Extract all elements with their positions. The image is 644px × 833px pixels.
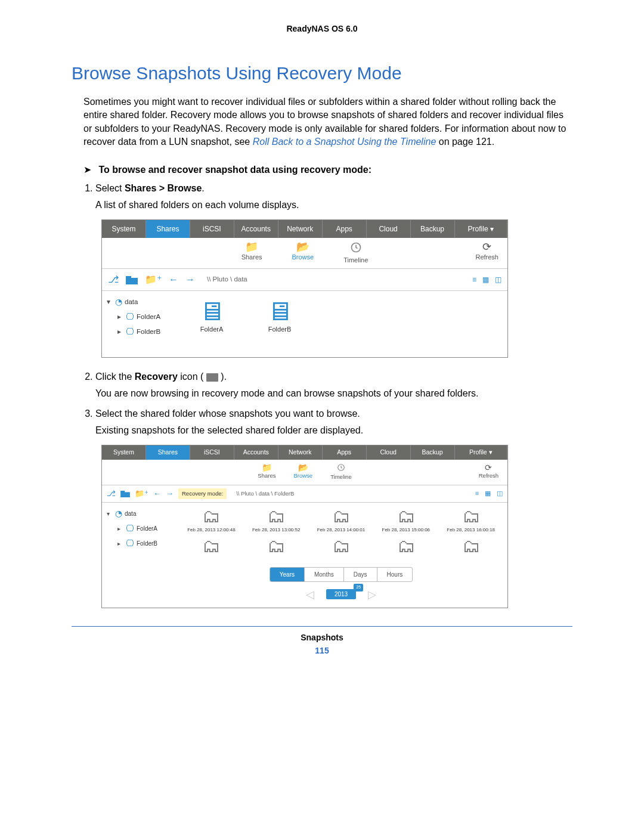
- tree-folderb[interactable]: ▸ 🖵 FolderB: [117, 324, 184, 339]
- timeline-scale-tabs: Years Months Days Hours: [270, 567, 413, 582]
- tab-cloud[interactable]: Cloud: [367, 445, 411, 460]
- snapshot-item[interactable]: 🗂Feb 28, 2013 16:00:18: [441, 507, 501, 534]
- tab-apps[interactable]: Apps: [323, 220, 367, 238]
- view-grid-icon[interactable]: ▦: [485, 489, 491, 498]
- subnav-shares[interactable]: 📁 Shares: [258, 463, 275, 481]
- tab-profile[interactable]: Profile ▾: [455, 445, 508, 460]
- snapshot-folder-icon: 🗂: [397, 537, 415, 555]
- subnav-browse[interactable]: 📂 Browse: [293, 463, 312, 481]
- intro-tail: on page 121.: [436, 137, 494, 147]
- snapshot-item[interactable]: 🗂: [181, 537, 241, 556]
- recovery-inline-icon: [206, 373, 218, 382]
- screenshot-recovery: System Shares iSCSI Accounts Network App…: [101, 445, 508, 608]
- tab-accounts[interactable]: Accounts: [234, 445, 278, 460]
- tab-network[interactable]: Network: [278, 445, 323, 460]
- tab-shares[interactable]: Shares: [146, 445, 190, 460]
- new-folder-icon[interactable]: 📁⁺: [145, 272, 162, 287]
- volume-icon: ◔: [115, 296, 122, 308]
- recovery-icon[interactable]: [126, 272, 138, 287]
- recovery-mode-label: Recovery mode:: [178, 488, 227, 499]
- view-grid-icon[interactable]: ▦: [482, 274, 489, 285]
- folder-icon: 📁: [258, 463, 275, 472]
- tab-apps[interactable]: Apps: [323, 445, 367, 460]
- view-large-icon[interactable]: ◫: [497, 489, 503, 498]
- folder-tree: ▾ ◔ data ▸ 🖵 FolderA ▸ 🖵 FolderB: [102, 503, 175, 608]
- folder-item-a[interactable]: 🖥 FolderA: [199, 298, 225, 345]
- tab-system[interactable]: System: [102, 220, 146, 238]
- step2: Click the Recovery icon ( ).: [95, 371, 227, 382]
- clock-icon: [343, 241, 368, 255]
- tab-accounts[interactable]: Accounts: [234, 220, 278, 238]
- page-title: Browse Snapshots Using Recovery Mode: [72, 63, 572, 83]
- snapshot-folder-icon: 🗂: [202, 507, 220, 525]
- refresh-button[interactable]: ⟳ Refresh: [479, 463, 499, 480]
- tab-iscsi[interactable]: iSCSI: [190, 220, 234, 238]
- tab-shares[interactable]: Shares: [146, 220, 190, 238]
- back-arrow-icon[interactable]: ←: [153, 488, 161, 500]
- forward-arrow-icon[interactable]: →: [185, 272, 195, 287]
- snapshot-item[interactable]: 🗂Feb 28, 2013 12:00:48: [181, 507, 241, 534]
- breadcrumb-path: \\ Pluto \ data: [207, 274, 247, 284]
- share-icon: 🖵: [126, 522, 134, 535]
- timeline-tab-years[interactable]: Years: [270, 568, 305, 581]
- tree-toggle-icon[interactable]: ⎇: [108, 272, 119, 287]
- view-list-icon[interactable]: ≡: [475, 489, 479, 498]
- tree-foldera[interactable]: ▸ 🖵 FolderA: [117, 521, 172, 536]
- folder-icon: 📁: [242, 241, 262, 252]
- browse-icon: 📂: [292, 241, 314, 252]
- subnav-shares[interactable]: 📁 Shares: [242, 241, 262, 265]
- timeline-tab-months[interactable]: Months: [305, 568, 344, 581]
- view-list-icon[interactable]: ≡: [472, 274, 476, 285]
- tree-foldera[interactable]: ▸ 🖵 FolderA: [117, 309, 184, 324]
- footer-page-number: 115: [72, 646, 572, 655]
- snapshot-item[interactable]: 🗂Feb 28, 2013 15:00:06: [376, 507, 436, 534]
- snapshot-folder-icon: 🗂: [462, 507, 480, 525]
- back-arrow-icon[interactable]: ←: [169, 272, 178, 287]
- tab-backup[interactable]: Backup: [411, 445, 455, 460]
- tab-iscsi[interactable]: iSCSI: [190, 445, 234, 460]
- snapshot-item[interactable]: 🗂Feb 28, 2013 14:00:01: [311, 507, 371, 534]
- share-icon: 🖵: [126, 326, 134, 338]
- clock-icon: [330, 463, 352, 473]
- svg-rect-2: [126, 276, 131, 279]
- new-folder-icon[interactable]: 📁⁺: [135, 488, 148, 500]
- snapshot-item[interactable]: 🗂: [246, 537, 306, 556]
- refresh-button[interactable]: ⟳ Refresh: [475, 241, 499, 262]
- tab-profile[interactable]: Profile ▾: [455, 220, 508, 238]
- tab-system[interactable]: System: [102, 445, 146, 460]
- tree-toggle-icon[interactable]: ⎇: [107, 488, 116, 500]
- tree-root[interactable]: ▾ ◔ data: [107, 506, 172, 521]
- timeline-prev-icon[interactable]: ◁: [306, 587, 314, 603]
- recovery-icon[interactable]: [120, 488, 130, 500]
- intro-link[interactable]: Roll Back to a Snapshot Using the Timeli…: [253, 137, 436, 147]
- svg-rect-5: [120, 491, 125, 493]
- snapshot-grid: 🗂Feb 28, 2013 12:00:48 🗂Feb 28, 2013 13:…: [181, 507, 501, 556]
- refresh-icon: ⟳: [475, 241, 499, 252]
- doc-header: ReadyNAS OS 6.0: [72, 24, 572, 33]
- view-large-icon[interactable]: ◫: [495, 274, 501, 285]
- share-folder-icon: 🖥: [199, 298, 225, 324]
- snapshot-item[interactable]: 🗂: [376, 537, 436, 556]
- timeline-next-icon[interactable]: ▷: [368, 587, 376, 603]
- snapshot-folder-icon: 🗂: [202, 537, 220, 555]
- intro-paragraph: Sometimes you might want to recover indi…: [83, 95, 572, 149]
- snapshot-item[interactable]: 🗂: [441, 537, 501, 556]
- timeline-tab-days[interactable]: Days: [344, 568, 377, 581]
- timeline-year[interactable]: 25 2013: [326, 590, 356, 599]
- timeline-tab-hours[interactable]: Hours: [377, 568, 413, 581]
- folder-item-b[interactable]: 🖥 FolderB: [267, 298, 293, 345]
- subnav-browse[interactable]: 📂 Browse: [292, 241, 314, 265]
- task-heading-text: To browse and recover snapshot data usin…: [98, 165, 371, 175]
- breadcrumb-path: \\ Pluto \ data \ FolderB: [236, 490, 294, 498]
- tab-cloud[interactable]: Cloud: [367, 220, 411, 238]
- snapshot-item[interactable]: 🗂Feb 28, 2013 13:00:52: [246, 507, 306, 534]
- forward-arrow-icon[interactable]: →: [166, 488, 174, 500]
- snapshot-item[interactable]: 🗂: [311, 537, 371, 556]
- tab-network[interactable]: Network: [278, 220, 323, 238]
- tree-root[interactable]: ▾ ◔ data: [107, 295, 184, 309]
- snapshot-folder-icon: 🗂: [267, 507, 285, 525]
- subnav-timeline[interactable]: Timeline: [343, 241, 368, 265]
- tree-folderb[interactable]: ▸ 🖵 FolderB: [117, 536, 172, 551]
- tab-backup[interactable]: Backup: [411, 220, 455, 238]
- subnav-timeline[interactable]: Timeline: [330, 463, 352, 481]
